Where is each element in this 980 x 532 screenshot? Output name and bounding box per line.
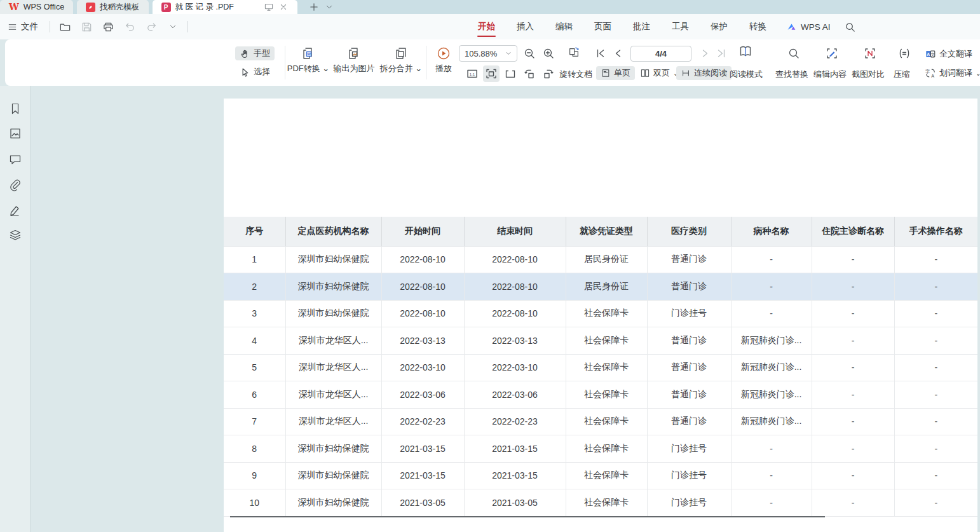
export-image-button[interactable]: 输出为图片	[331, 46, 377, 74]
signature-panel-button[interactable]	[8, 203, 22, 217]
table-cell: 2022-02-23	[381, 408, 464, 435]
table-cell: -	[894, 246, 977, 273]
compress-icon	[898, 47, 911, 60]
compress-label[interactable]: 压缩	[894, 69, 910, 80]
play-icon	[436, 46, 451, 61]
tab-list-chevron-icon[interactable]	[325, 3, 333, 11]
menu-tab-protect[interactable]: 保护	[700, 14, 738, 39]
divider	[426, 46, 426, 79]
quick-access-more-button[interactable]	[162, 18, 184, 35]
compress-button[interactable]	[896, 45, 913, 62]
print-button[interactable]	[97, 18, 119, 35]
monitor-icon[interactable]	[264, 2, 274, 12]
undo-button[interactable]	[119, 18, 140, 35]
single-page-label: 单页	[614, 67, 630, 79]
menu-tab-tools[interactable]: 工具	[661, 14, 700, 39]
first-page-button[interactable]	[592, 45, 609, 62]
cursor-icon	[240, 67, 250, 78]
export-image-icon	[346, 46, 362, 61]
next-page-button[interactable]	[697, 45, 713, 62]
tab-docer-templates[interactable]: 找稻壳模板	[77, 0, 149, 14]
menu-tab-home[interactable]: 开始	[467, 14, 506, 39]
table-cell: 2021-03-15	[381, 462, 464, 489]
wps-ai-button[interactable]: WPS AI	[777, 22, 840, 32]
previous-page-icon	[612, 47, 625, 60]
table-cell: 深圳市龙华区人...	[285, 354, 381, 381]
pdf-convert-button[interactable]: W PDF转换 ⌄	[287, 46, 329, 74]
file-menu-button[interactable]: 文件	[0, 14, 46, 39]
table-cell: -	[894, 408, 977, 435]
zoom-out-button[interactable]	[521, 45, 538, 62]
fit-page-button[interactable]	[502, 65, 519, 82]
table-row: 4深圳市龙华区人...2022-03-132022-03-13社会保障卡普通门诊…	[224, 327, 977, 355]
menu-tab-page[interactable]: 页面	[583, 14, 622, 39]
pdf-page[interactable]: 序号定点医药机构名称开始时间结束时间就诊凭证类型医疗类别病种名称住院主诊断名称手…	[224, 99, 977, 532]
actual-size-button[interactable]: 1:1	[464, 65, 480, 82]
open-file-button[interactable]	[54, 18, 76, 35]
full-translate-button[interactable]: A文 全文翻译	[920, 47, 977, 61]
table-row: 8深圳市妇幼保健院2021-03-152021-03-15社会保障卡门诊挂号--…	[224, 435, 977, 463]
new-tab-icon[interactable]	[309, 2, 319, 12]
table-cell: 门诊挂号	[647, 489, 731, 517]
find-replace-label[interactable]: 查找替换	[775, 69, 808, 80]
find-replace-button[interactable]	[786, 45, 802, 62]
edit-content-button[interactable]	[824, 45, 840, 62]
fit-width-button[interactable]	[483, 65, 500, 82]
bookmark-panel-button[interactable]	[8, 102, 22, 116]
single-page-icon	[601, 68, 611, 78]
single-page-button[interactable]: 单页	[596, 66, 635, 80]
word-translate-button[interactable]: 字A 划词翻译 ⌄	[920, 66, 980, 80]
select-tool-button[interactable]: 选择	[235, 65, 275, 79]
table-cell: 社会保障卡	[566, 300, 647, 327]
read-mode-label[interactable]: 阅读模式	[730, 69, 763, 80]
menu-tab-convert[interactable]: 转换	[738, 14, 777, 39]
table-cell: -	[812, 300, 894, 327]
edit-content-icon	[826, 47, 838, 60]
menu-bar: 文件 开始 插入 编辑 页面 批注 工具 保护 转换	[0, 14, 980, 39]
rotate-right-button[interactable]	[540, 65, 557, 82]
thumbnail-panel-button[interactable]	[8, 126, 22, 140]
rotate-pages-button[interactable]	[566, 44, 582, 60]
hand-tool-button[interactable]: 手型	[235, 46, 275, 60]
table-row: 3深圳市妇幼保健院2022-08-102022-08-10社会保障卡门诊挂号--…	[224, 300, 977, 327]
layers-panel-button[interactable]	[8, 228, 22, 242]
rotate-left-button[interactable]	[521, 65, 538, 82]
close-tab-icon[interactable]	[278, 2, 289, 12]
chevron-down-icon	[505, 50, 512, 57]
table-cell: 社会保障卡	[566, 381, 647, 409]
read-mode-button[interactable]	[737, 43, 754, 60]
svg-text:W: W	[307, 52, 311, 56]
last-page-button[interactable]	[713, 45, 730, 62]
table-cell: 5	[224, 354, 285, 381]
menu-tab-comment[interactable]: 批注	[622, 14, 661, 39]
split-merge-button[interactable]: 拆分合并 ⌄	[379, 46, 423, 74]
attachment-panel-button[interactable]	[8, 178, 22, 192]
menu-search-button[interactable]	[840, 18, 861, 35]
redo-button[interactable]	[140, 18, 162, 35]
play-button[interactable]: 播放	[430, 46, 458, 74]
screenshot-compare-button[interactable]	[862, 45, 878, 62]
menu-tabs: 开始 插入 编辑 页面 批注 工具 保护 转换 WPS AI	[467, 14, 861, 39]
rotate-doc-label[interactable]: 旋转文档	[559, 69, 592, 80]
zoom-level-select[interactable]: 105.88%	[459, 45, 517, 62]
tab-wps-home[interactable]: W WPS Office	[0, 0, 73, 14]
menu-tab-insert[interactable]: 插入	[506, 14, 545, 39]
table-cell: -	[731, 489, 812, 517]
table-cell: 门诊挂号	[647, 435, 731, 463]
comment-panel-button[interactable]	[8, 153, 22, 167]
continuous-read-button[interactable]: 连续阅读	[676, 66, 732, 80]
previous-page-button[interactable]	[610, 45, 627, 62]
table-cell: 社会保障卡	[566, 408, 647, 435]
column-header: 结束时间	[464, 217, 566, 246]
save-button[interactable]	[76, 18, 97, 35]
zoom-in-button[interactable]	[540, 45, 557, 62]
edit-content-label[interactable]: 编辑内容	[813, 69, 847, 80]
svg-text:A: A	[927, 52, 930, 57]
screenshot-compare-label[interactable]: 截图对比	[852, 69, 885, 80]
image-icon	[8, 126, 22, 140]
page-indicator-input[interactable]: 4/4	[630, 46, 691, 62]
menu-tab-edit[interactable]: 编辑	[545, 14, 583, 39]
table-cell: -	[812, 327, 894, 355]
tab-document-pdf[interactable]: P 就 医 记 录 .PDF	[153, 0, 297, 14]
table-cell: 深圳市妇幼保健院	[285, 462, 381, 489]
